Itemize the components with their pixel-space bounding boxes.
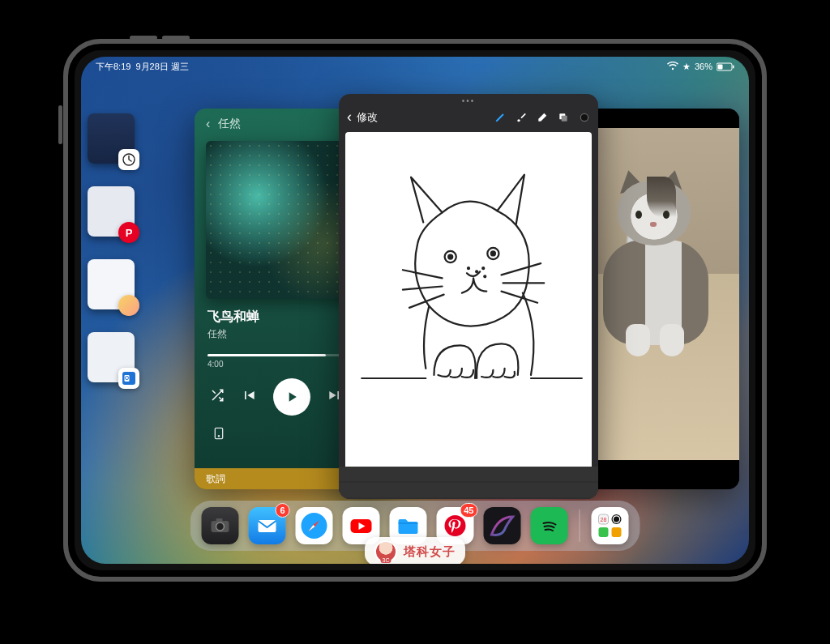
svg-point-21: [216, 522, 225, 531]
svg-rect-7: [215, 428, 222, 438]
badge: 45: [460, 503, 477, 518]
svg-rect-33: [599, 527, 609, 537]
battery-percent: 36%: [695, 62, 712, 71]
cat-line-drawing: [345, 132, 592, 472]
svg-point-13: [448, 254, 452, 258]
svg-rect-10: [562, 115, 567, 121]
brush-tool-icon[interactable]: [516, 112, 527, 123]
status-time: 下午8:19: [96, 61, 130, 73]
dock-app-mail[interactable]: 6: [249, 507, 286, 544]
svg-point-11: [580, 113, 588, 121]
eraser-tool-icon[interactable]: [537, 112, 548, 123]
stage-area: ‹ 任然 ひ 飞鸟和蝉 任然 4:00: [154, 89, 733, 467]
svg-point-27: [445, 515, 466, 536]
wifi-icon: [667, 62, 678, 72]
dock-separator: [580, 510, 580, 542]
dock-app-camera[interactable]: [202, 507, 239, 544]
window-grabber-icon[interactable]: •••: [339, 94, 598, 105]
dock-app-procreate[interactable]: [484, 507, 521, 544]
svg-text:28: 28: [601, 517, 607, 522]
back-icon[interactable]: ‹: [206, 117, 210, 131]
svg-point-19: [484, 275, 486, 277]
pinterest-icon: P: [118, 222, 139, 243]
previous-icon[interactable]: [241, 387, 257, 407]
shuffle-icon[interactable]: [210, 388, 225, 406]
draw-bottom-area: [339, 467, 598, 499]
window-drawing-app[interactable]: ••• ‹ 修改: [339, 94, 598, 499]
svg-point-18: [468, 267, 469, 269]
draw-title[interactable]: 修改: [357, 110, 378, 125]
watermark-text: 塔科女子: [404, 544, 456, 560]
outlook-icon: O: [118, 368, 139, 389]
svg-point-8: [218, 436, 219, 437]
back-icon[interactable]: ‹: [347, 109, 352, 126]
layers-icon[interactable]: [558, 112, 569, 123]
dock-app-library[interactable]: 28: [592, 507, 629, 544]
play-button[interactable]: [273, 378, 310, 416]
svg-rect-22: [216, 518, 223, 522]
watermark: 塔科女子: [365, 537, 465, 564]
rail-group-3[interactable]: [88, 259, 135, 309]
battery-icon: [717, 62, 734, 72]
cat-photo: [585, 177, 715, 387]
svg-point-16: [476, 271, 477, 272]
svg-point-15: [491, 251, 495, 255]
status-bar: 下午8:19 9月28日 週三 ★ 36%: [96, 60, 734, 73]
dock-app-spotify[interactable]: [531, 507, 568, 544]
ipad-frame: 下午8:19 9月28日 週三 ★ 36%: [63, 39, 767, 582]
svg-rect-2: [733, 66, 734, 69]
color-picker-icon[interactable]: [579, 112, 590, 123]
pen-tool-icon[interactable]: [494, 112, 506, 123]
star-icon: ★: [682, 62, 691, 72]
badge: 6: [276, 503, 290, 518]
status-date: 9月28日 週三: [135, 61, 188, 73]
rail-group-4[interactable]: O: [88, 332, 135, 382]
stage-manager-rail: P O: [88, 113, 143, 382]
dock-app-safari[interactable]: [296, 507, 333, 544]
svg-point-17: [482, 267, 484, 269]
ipad-screen: 下午8:19 9月28日 週三 ★ 36%: [81, 57, 749, 564]
music-header-title[interactable]: 任然: [218, 117, 241, 131]
rail-group-1[interactable]: [88, 113, 135, 164]
watermark-avatar-icon: [374, 540, 397, 563]
avatar-icon: [118, 295, 139, 316]
drawing-canvas[interactable]: [345, 132, 592, 472]
power-hw: [58, 105, 62, 144]
svg-rect-34: [612, 527, 622, 537]
rail-group-2[interactable]: P: [88, 186, 135, 237]
device-icon[interactable]: [212, 427, 225, 442]
svg-text:O: O: [125, 375, 129, 381]
clock-icon: [118, 149, 139, 170]
svg-rect-1: [718, 65, 723, 70]
